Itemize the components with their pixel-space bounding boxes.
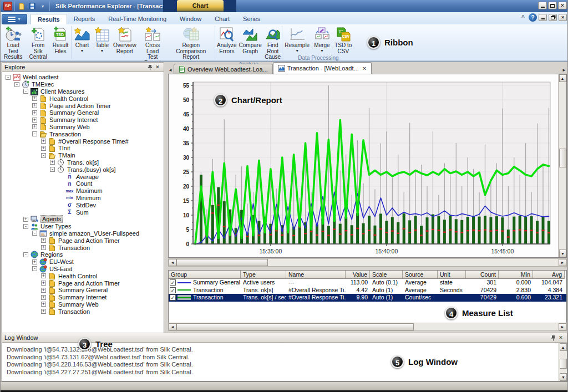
tree-item-trans-ok-s-[interactable]: +Trans. ok[s] (2, 159, 164, 166)
tree-expand-toggle[interactable]: + (32, 96, 37, 101)
child-close-button[interactable]: ✕ (559, 14, 567, 21)
tree-expand-toggle[interactable]: + (41, 281, 46, 286)
column-header-value[interactable]: Value (346, 271, 370, 279)
tree-expand-toggle[interactable]: + (41, 295, 46, 300)
qat-dropdown-icon[interactable]: ▼ (38, 2, 47, 11)
app-logo-icon[interactable]: SP (3, 2, 12, 11)
tree-item-eu-west[interactable]: +EU-West (2, 258, 164, 266)
scroll-right-icon[interactable]: ► (559, 259, 566, 266)
column-header-unit[interactable]: Unit (438, 271, 466, 279)
column-header-avg[interactable]: Avg (533, 271, 565, 279)
tree-item-page-and-action-timer[interactable]: +Page and Action Timer (2, 279, 164, 287)
tree-item-summary-web[interactable]: +Summary Web (2, 124, 164, 131)
tree-item-sum[interactable]: ΣSum (2, 208, 164, 216)
tree-expand-toggle[interactable]: + (41, 288, 46, 293)
tree-item-simple-amazon-vuser-fullspeed[interactable]: -simple amazon_VUser-Fullspeed (2, 230, 164, 237)
scroll-left-icon[interactable]: ◄ (169, 323, 176, 330)
tree-item-page-and-action-timer[interactable]: +Page and Action Timer (2, 237, 164, 244)
tree-item-summary-internet[interactable]: +Summary Internet (2, 294, 164, 301)
tab-window[interactable]: Window (173, 14, 208, 24)
tree-expand-toggle[interactable]: + (32, 124, 37, 129)
tree-item-summary-general[interactable]: +Summary General (2, 109, 164, 116)
column-header-min[interactable]: Min (499, 271, 533, 279)
ribbon-button-analyze-errors[interactable]: AnalyzeErrors (216, 26, 238, 55)
tree-expand-toggle[interactable]: + (32, 103, 37, 108)
tree-expand-toggle[interactable]: - (50, 167, 55, 172)
log-vertical-scrollbar[interactable]: ▲ ▼ (559, 343, 567, 381)
tree-item-tinit[interactable]: +TInit (2, 145, 164, 152)
tab-chart[interactable]: Chart (208, 14, 236, 24)
ribbon-button-merge[interactable]: Merge▼ (312, 26, 332, 53)
tab-reports[interactable]: Reports (67, 14, 102, 24)
tree-item-summary-internet[interactable]: +Summary Internet (2, 116, 164, 124)
open-file-icon[interactable] (17, 2, 26, 11)
minimize-button[interactable] (538, 2, 547, 9)
ribbon-button-result-files[interactable]: TSDResultFiles (50, 26, 70, 55)
pin-icon[interactable] (549, 334, 557, 342)
tab-scroll-right-icon[interactable]: ► (561, 66, 567, 74)
tree-expand-toggle[interactable]: + (41, 139, 46, 144)
scroll-down-icon[interactable]: ▼ (560, 373, 567, 381)
ribbon-button-table[interactable]: Table▼ (92, 26, 112, 53)
tree-item--overall-response-time-[interactable]: +#Overall Response Time# (2, 138, 164, 145)
row-checkbox[interactable]: ✓ (170, 294, 176, 301)
close-icon[interactable]: ✕ (557, 334, 565, 342)
tree-item-user-types[interactable]: -User Types (2, 223, 164, 230)
ribbon-button-find-root-cause[interactable]: Find RootCause (263, 26, 283, 61)
chart-horizontal-scrollbar[interactable]: ◄ ► (168, 258, 567, 267)
tab-scroll-left-icon[interactable]: ◄ (167, 66, 174, 74)
column-header-name[interactable]: Name (286, 271, 346, 279)
measure-hscroll-thumb[interactable] (176, 323, 414, 330)
tree-item-trans-busy-ok-s-[interactable]: -Trans.(busy) ok[s] (2, 166, 164, 173)
tree-item-count[interactable]: nCount (2, 180, 164, 187)
ribbon-button-from-silk-central[interactable]: From SilkCentral (26, 26, 50, 61)
tree-item-stddev[interactable]: σStdDev (2, 201, 164, 208)
tree-item-summary-general[interactable]: +Summary General (2, 287, 164, 294)
close-icon[interactable]: ✕ (154, 64, 161, 71)
ribbon-button-tsd-to-csv[interactable]: TSCSVTSD toCSV (333, 26, 353, 55)
tree-item-regions[interactable]: -Regions (2, 251, 164, 258)
tab-real-time-monitoring[interactable]: Real-Time Monitoring (102, 14, 173, 24)
document-tab-overview[interactable]: Overview WebLoadtest-Loa... (174, 64, 273, 74)
scroll-down-icon[interactable]: ▼ (559, 250, 566, 257)
tree-expand-toggle[interactable]: + (41, 245, 46, 250)
save-icon[interactable] (28, 2, 37, 11)
tree-expand-toggle[interactable]: + (41, 309, 46, 314)
measure-row-active-users[interactable]: ✓Summary GeneralActive users---113.00Aut… (169, 279, 566, 287)
measure-row-trans-ok-s-sec[interactable]: ✓TransactionTrans. ok[s] / sec#Overall R… (169, 294, 566, 302)
tree-expand-toggle[interactable]: + (32, 110, 37, 115)
column-header-type[interactable]: Type (241, 271, 286, 279)
tree-expand-toggle[interactable]: + (41, 302, 46, 307)
tree-expand-toggle[interactable]: - (23, 224, 28, 229)
tree-item-transaction[interactable]: -Transaction (2, 130, 164, 138)
column-header-source[interactable]: Source (403, 271, 438, 279)
measure-list-horizontal-scrollbar[interactable]: ◄ ► (168, 323, 567, 331)
chart-vertical-scrollbar[interactable]: ▲ ▼ (558, 74, 566, 257)
tree-expand-toggle[interactable]: - (23, 89, 28, 94)
tree-item-transaction[interactable]: +Transaction (2, 244, 164, 251)
contextual-tab-chart[interactable]: Chart (177, 0, 224, 12)
tree-expand-toggle[interactable]: + (50, 160, 55, 165)
maximize-button[interactable] (548, 2, 557, 9)
tree-item-client-measures[interactable]: -Client Measures (2, 88, 164, 95)
ribbon-button-load-test-results[interactable]: Load TestResults (1, 26, 26, 61)
tree-item-tmexec[interactable]: -TMExec (2, 81, 164, 88)
tree-expand-toggle[interactable]: + (32, 259, 37, 264)
log-vscroll-thumb[interactable] (560, 359, 567, 369)
ribbon-button-resample[interactable]: Resample▼ (283, 26, 311, 53)
scroll-up-icon[interactable]: ▲ (559, 74, 566, 82)
ribbon-button-region-comparison-report[interactable]: RegionComparison Report (168, 26, 215, 61)
row-checkbox[interactable]: ✓ (170, 279, 176, 286)
child-minimize-button[interactable] (539, 14, 547, 21)
tree-item-transaction[interactable]: +Transaction (2, 308, 164, 315)
tree-expand-toggle[interactable]: - (14, 82, 19, 87)
tree-item-tmain[interactable]: -TMain (2, 152, 164, 159)
ribbon-button-compare-graph[interactable]: CompareGraph (238, 26, 263, 55)
measure-row-trans-ok-s-[interactable]: ✓TransactionTrans. ok[s]#Overall Respons… (169, 287, 566, 294)
child-restore-button[interactable] (549, 14, 557, 21)
tree-expand-toggle[interactable]: + (32, 118, 37, 123)
tree-expand-toggle[interactable]: + (41, 146, 46, 151)
tab-series[interactable]: Series (236, 14, 267, 24)
tree-item-health-control[interactable]: +Health Control (2, 95, 164, 102)
tree-item-health-control[interactable]: +Health Control (2, 272, 164, 279)
